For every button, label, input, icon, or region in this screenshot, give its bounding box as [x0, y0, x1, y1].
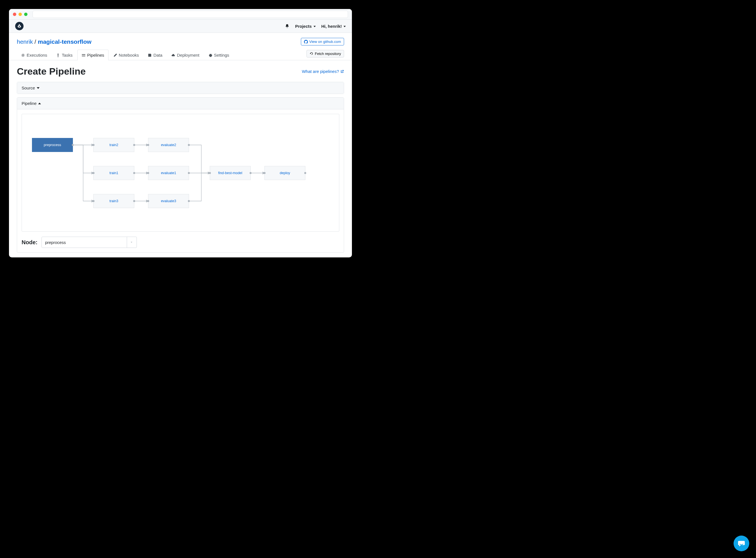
tab-data[interactable]: Data [144, 50, 167, 60]
exclaim-icon [56, 53, 60, 57]
github-button-label: View on github.com [309, 40, 341, 44]
help-link[interactable]: What are pipelines? [302, 69, 344, 74]
fetch-button-label: Fetch repository [315, 52, 341, 56]
port-in [147, 200, 149, 202]
graph-node-evaluate2[interactable]: evaluate2 [148, 138, 189, 152]
tabs-row: Executions Tasks Pipelines Notebooks Dat… [9, 49, 352, 60]
port-in [147, 144, 149, 146]
cloud-icon [171, 53, 175, 57]
breadcrumb: henrik / magical-tensorflow [17, 39, 92, 45]
port-out [250, 172, 252, 174]
tab-label: Settings [214, 53, 229, 57]
projects-label: Projects [295, 24, 311, 29]
caret-down-icon [344, 26, 346, 27]
node-form-label: Node: [22, 239, 37, 246]
graph-node-find-best-model[interactable]: find-best-model [210, 166, 251, 180]
view-on-github-button[interactable]: View on github.com [301, 38, 344, 45]
window-titlebar [9, 9, 352, 20]
source-panel: Source [17, 82, 344, 94]
tab-label: Tasks [62, 53, 72, 57]
gear-icon [208, 53, 212, 57]
pipeline-icon [82, 53, 85, 57]
port-in [147, 172, 149, 174]
port-out [133, 172, 135, 174]
tab-label: Notebooks [119, 53, 139, 57]
save-icon [148, 53, 152, 57]
hash-icon [21, 53, 25, 57]
window-close-dot[interactable] [13, 12, 16, 16]
tab-label: Data [153, 53, 162, 57]
graph-node-deploy[interactable]: deploy [264, 166, 305, 180]
fetch-repository-button[interactable]: Fetch repository [306, 50, 344, 57]
github-icon [304, 40, 308, 44]
caret-down-icon [37, 87, 40, 89]
pipeline-graph[interactable]: preprocesstrain2evaluate2train1evaluate1… [22, 114, 339, 232]
graph-node-evaluate3[interactable]: evaluate3 [148, 194, 189, 208]
node-select-value: preprocess [45, 240, 66, 245]
subheader: henrik / magical-tensorflow View on gith… [9, 33, 352, 45]
help-link-label: What are pipelines? [302, 69, 339, 74]
source-panel-label: Source [22, 85, 35, 90]
breadcrumb-owner[interactable]: henrik [17, 39, 33, 45]
user-greeting: Hi, henrik! [321, 24, 342, 29]
port-in [93, 200, 95, 202]
user-dropdown[interactable]: Hi, henrik! [321, 24, 346, 29]
port-out [133, 144, 135, 146]
pencil-icon [113, 53, 117, 57]
source-panel-header[interactable]: Source [17, 82, 344, 94]
main-content: Create Pipeline What are pipelines? Sour… [9, 60, 352, 257]
window-minimize-dot[interactable] [19, 12, 22, 16]
graph-node-train2[interactable]: train2 [93, 138, 134, 152]
port-out [188, 172, 190, 174]
port-out [304, 172, 306, 174]
tab-deployment[interactable]: Deployment [167, 50, 204, 60]
port-in [209, 172, 211, 174]
port-in [93, 144, 95, 146]
caret-up-icon [38, 103, 41, 104]
caret-down-icon [313, 26, 316, 27]
tab-label: Executions [27, 53, 47, 57]
chevron-down-icon [127, 237, 133, 248]
graph-node-train3[interactable]: train3 [93, 194, 134, 208]
pipeline-panel: Pipeline preprocesstrain2evaluate2train1… [17, 97, 344, 253]
app-logo[interactable] [15, 22, 24, 30]
port-in [93, 172, 95, 174]
port-out [72, 144, 74, 146]
app-window: Projects Hi, henrik! henrik / magical-te… [9, 9, 352, 257]
projects-dropdown[interactable]: Projects [295, 24, 316, 29]
tab-executions[interactable]: Executions [17, 50, 51, 60]
external-link-icon [340, 70, 344, 73]
port-out [188, 144, 190, 146]
tab-label: Deployment [177, 53, 199, 57]
page-title: Create Pipeline [17, 66, 86, 77]
svg-rect-3 [82, 54, 85, 55]
graph-node-train1[interactable]: train1 [93, 166, 134, 180]
tab-tasks[interactable]: Tasks [52, 50, 77, 60]
tab-settings[interactable]: Settings [204, 50, 233, 60]
svg-rect-1 [58, 53, 58, 56]
top-navbar: Projects Hi, henrik! [9, 20, 352, 33]
svg-rect-4 [82, 55, 85, 56]
port-out [188, 200, 190, 202]
tab-notebooks[interactable]: Notebooks [109, 50, 143, 60]
port-out [133, 200, 135, 202]
tab-pipelines[interactable]: Pipelines [77, 50, 108, 60]
svg-rect-2 [58, 56, 58, 57]
svg-point-0 [19, 26, 20, 27]
tab-label: Pipelines [87, 53, 104, 57]
window-maximize-dot[interactable] [24, 12, 27, 16]
pipeline-panel-header[interactable]: Pipeline [17, 98, 344, 109]
pipeline-panel-label: Pipeline [22, 101, 36, 106]
tabs-list: Executions Tasks Pipelines Notebooks Dat… [17, 49, 233, 60]
port-in [263, 172, 266, 174]
node-select[interactable]: preprocess [42, 237, 137, 248]
url-bar[interactable] [32, 11, 348, 18]
breadcrumb-separator: / [34, 39, 36, 45]
refresh-icon [309, 52, 313, 55]
graph-node-preprocess[interactable]: preprocess [32, 138, 73, 152]
graph-node-evaluate1[interactable]: evaluate1 [148, 166, 189, 180]
breadcrumb-project[interactable]: magical-tensorflow [38, 39, 92, 45]
bell-icon[interactable] [285, 24, 289, 28]
